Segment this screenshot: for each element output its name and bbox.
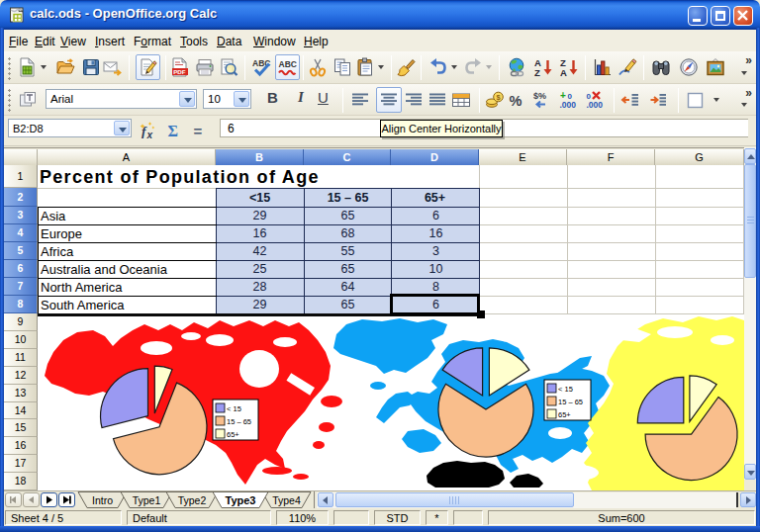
svg-text:Type3: Type3: [226, 494, 256, 506]
svg-text:Type4: Type4: [272, 494, 301, 506]
svg-text:=: =: [194, 123, 203, 139]
svg-text:15 – 65: 15 – 65: [227, 417, 251, 426]
svg-text:Type2: Type2: [178, 494, 207, 506]
svg-text:.000: .000: [560, 100, 577, 110]
svg-text:Z: Z: [534, 67, 540, 78]
svg-text:.000: .000: [587, 100, 604, 110]
svg-text:PDF: PDF: [173, 68, 186, 75]
svg-text:Type1: Type1: [133, 494, 161, 506]
svg-text:65+: 65+: [558, 410, 571, 419]
svg-text:< 15: < 15: [558, 385, 573, 394]
svg-text:ABC: ABC: [279, 59, 297, 69]
svg-text:Intro: Intro: [92, 494, 113, 506]
svg-text:$%: $%: [533, 91, 546, 101]
svg-text:%: %: [510, 93, 522, 109]
svg-text:< 15: < 15: [227, 404, 241, 413]
svg-text:A: A: [560, 67, 567, 78]
svg-text:Σ: Σ: [168, 123, 178, 139]
svg-text:x: x: [146, 130, 153, 140]
svg-text:15 – 65: 15 – 65: [558, 398, 583, 406]
svg-text:65+: 65+: [227, 430, 239, 439]
